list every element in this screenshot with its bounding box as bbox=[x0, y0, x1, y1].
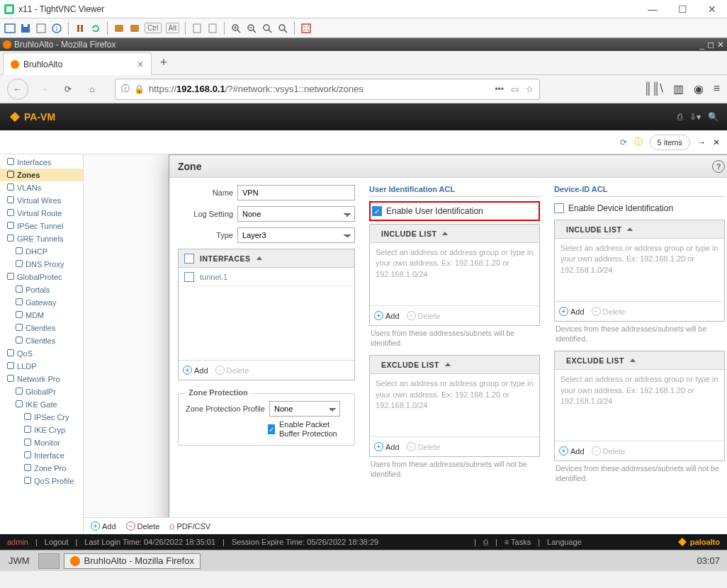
sidenav-item-gre-tunnels[interactable]: GRE Tunnels bbox=[0, 232, 83, 245]
sidebar-icon[interactable]: ▥ bbox=[673, 82, 684, 96]
site-info-icon[interactable]: ⓘ bbox=[121, 83, 130, 95]
device-exclude-header[interactable]: EXCLUDE LIST bbox=[555, 351, 724, 370]
user-include-header[interactable]: INCLUDE LIST bbox=[370, 225, 539, 243]
window-close-button[interactable]: ✕ bbox=[701, 4, 723, 15]
clipboard-icon[interactable] bbox=[191, 23, 203, 34]
sidenav-item-ike-gate[interactable]: IKE Gate bbox=[0, 398, 83, 411]
user-exclude-add-button[interactable]: +Add bbox=[374, 442, 400, 451]
refresh-icon[interactable] bbox=[90, 23, 101, 34]
user-include-delete-button[interactable]: −Delete bbox=[407, 311, 441, 320]
device-include-header[interactable]: INCLUDE LIST bbox=[555, 220, 724, 239]
pause-icon[interactable] bbox=[74, 23, 86, 34]
enable-uid-checkbox[interactable]: ✓ bbox=[372, 206, 382, 216]
save-icon[interactable] bbox=[20, 23, 31, 34]
info-icon[interactable]: i bbox=[51, 23, 62, 34]
url-bar[interactable]: ⓘ 🔒 https://192.168.0.1/?#network::vsys1… bbox=[115, 79, 540, 100]
zpp-select[interactable]: None bbox=[269, 401, 340, 417]
tray-slot[interactable] bbox=[38, 553, 60, 569]
page-delete-button[interactable]: −Delete bbox=[126, 521, 160, 531]
sidenav-item-ike-cryp[interactable]: IKE Cryp bbox=[0, 424, 83, 436]
config-download-icon[interactable]: ⇩▾ bbox=[689, 112, 701, 122]
sidenav-item-mdm[interactable]: MDM bbox=[0, 309, 83, 322]
sidenav-item-interface[interactable]: Interface bbox=[0, 449, 83, 462]
user-exclude-body[interactable]: Select an address or address group or ty… bbox=[370, 374, 539, 436]
ctrl-key-button[interactable]: Ctrl bbox=[145, 23, 162, 33]
page-add-button[interactable]: +Add bbox=[91, 521, 116, 531]
file-transfer-icon[interactable] bbox=[207, 23, 218, 34]
status-print-icon[interactable]: ⎙ bbox=[483, 538, 488, 546]
device-include-delete-button[interactable]: −Delete bbox=[592, 307, 626, 316]
sidenav-item-ipsec-cry[interactable]: IPSec Cry bbox=[0, 411, 83, 424]
sidenav-item-virtual-route[interactable]: Virtual Route bbox=[0, 207, 83, 220]
name-input[interactable] bbox=[237, 185, 355, 200]
pager-close-icon[interactable]: ✕ bbox=[713, 137, 720, 147]
logsetting-select[interactable]: None bbox=[237, 206, 355, 222]
forward-button[interactable]: → bbox=[35, 81, 52, 98]
sidenav-item-portals[interactable]: Portals bbox=[0, 283, 83, 296]
pbp-checkbox[interactable]: ✓ bbox=[268, 424, 275, 434]
sidenav-item-globalpr[interactable]: GlobalPr bbox=[0, 385, 83, 398]
page-actions-icon[interactable]: ••• bbox=[495, 84, 504, 94]
sidenav-item-ipsec-tunnel[interactable]: IPSec Tunnel bbox=[0, 220, 83, 232]
sidenav-item-zones[interactable]: Zones bbox=[0, 169, 83, 181]
sidenav-item-dhcp[interactable]: DHCP bbox=[0, 245, 83, 258]
user-exclude-header[interactable]: EXCLUDE LIST bbox=[370, 356, 539, 374]
window-maximize-button[interactable]: ☐ bbox=[672, 4, 693, 15]
sidenav-item-clientles[interactable]: Clientles bbox=[0, 334, 83, 347]
jwm-menu-button[interactable]: JWM bbox=[4, 554, 34, 567]
sidenav-item-gateway[interactable]: Gateway bbox=[0, 296, 83, 309]
user-include-body[interactable]: Select an address or address group or ty… bbox=[370, 243, 539, 305]
enable-did-checkbox[interactable] bbox=[554, 203, 564, 213]
sidenav-item-lldp[interactable]: LLDP bbox=[0, 360, 83, 373]
status-language[interactable]: Language bbox=[547, 538, 582, 546]
interfaces-checkall[interactable] bbox=[184, 254, 194, 264]
sidenav-item-interfaces[interactable]: Interfaces bbox=[0, 156, 83, 169]
sidenav-item-dns-proxy[interactable]: DNS Proxy bbox=[0, 258, 83, 271]
type-select[interactable]: Layer3 bbox=[237, 227, 355, 243]
menu-icon[interactable]: ≡ bbox=[714, 82, 720, 96]
sidenav-item-qos[interactable]: QoS bbox=[0, 347, 83, 360]
device-exclude-add-button[interactable]: +Add bbox=[559, 446, 585, 456]
commit-icon[interactable]: ⎙ bbox=[677, 112, 682, 122]
sidenav-item-monitor[interactable]: Monitor bbox=[0, 436, 83, 449]
device-include-body[interactable]: Select an address or address group or ty… bbox=[555, 239, 724, 301]
device-exclude-body[interactable]: Select an address or address group or ty… bbox=[555, 370, 724, 441]
bookmark-star-icon[interactable]: ☆ bbox=[526, 84, 534, 94]
reader-icon[interactable]: ▭ bbox=[511, 84, 519, 94]
device-include-add-button[interactable]: +Add bbox=[559, 307, 585, 316]
window-minimize-button[interactable]: — bbox=[642, 4, 663, 15]
sidenav-item-zone-pro[interactable]: Zone Pro bbox=[0, 462, 83, 475]
ff-maximize-button[interactable]: ◻ bbox=[707, 40, 714, 50]
lock-warning-icon[interactable]: 🔒 bbox=[134, 84, 145, 94]
interfaces-add-button[interactable]: +Add bbox=[183, 366, 208, 375]
zoom-fit-icon[interactable] bbox=[277, 23, 288, 34]
options-icon[interactable] bbox=[35, 23, 47, 34]
taskbar-app-button[interactable]: BruhloAlto - Mozilla Firefox bbox=[64, 553, 201, 569]
ctrl-alt-del-icon[interactable] bbox=[113, 23, 125, 34]
user-exclude-delete-button[interactable]: −Delete bbox=[407, 442, 441, 451]
user-include-add-button[interactable]: +Add bbox=[374, 311, 400, 320]
page-export-button[interactable]: ⎙PDF/CSV bbox=[169, 522, 210, 531]
send-keys-icon[interactable] bbox=[129, 23, 140, 34]
ff-minimize-button[interactable]: _ bbox=[699, 40, 704, 50]
status-logout[interactable]: Logout bbox=[45, 538, 69, 546]
pager-prev-icon[interactable]: → bbox=[697, 137, 706, 147]
sidenav-item-vlans[interactable]: VLANs bbox=[0, 181, 83, 194]
status-tasks[interactable]: ≡ Tasks bbox=[505, 538, 531, 546]
sidenav-item-virtual-wires[interactable]: Virtual Wires bbox=[0, 194, 83, 207]
home-button[interactable]: ⌂ bbox=[84, 81, 101, 98]
refresh-list-icon[interactable]: ⟳ bbox=[620, 137, 627, 147]
help-icon[interactable]: ⓘ bbox=[634, 136, 643, 148]
search-icon[interactable]: 🔍 bbox=[708, 112, 718, 122]
sidenav-item-qos-profile[interactable]: QoS Profile bbox=[0, 475, 83, 487]
sidenav-item-globalprotec[interactable]: GlobalProtec bbox=[0, 271, 83, 283]
sidenav-item-clientles[interactable]: Clientles bbox=[0, 322, 83, 334]
sidenav-item-network-pro[interactable]: Network Pro bbox=[0, 373, 83, 385]
alt-key-button[interactable]: Alt bbox=[166, 23, 180, 33]
interfaces-header[interactable]: INTERFACES bbox=[179, 249, 354, 268]
tab-close-button[interactable]: ✕ bbox=[137, 60, 144, 69]
library-icon[interactable]: ║║\ bbox=[644, 82, 663, 96]
interface-row-checkbox[interactable] bbox=[184, 272, 194, 282]
reload-button[interactable]: ⟳ bbox=[60, 81, 77, 98]
zoom-in-icon[interactable] bbox=[230, 23, 242, 34]
